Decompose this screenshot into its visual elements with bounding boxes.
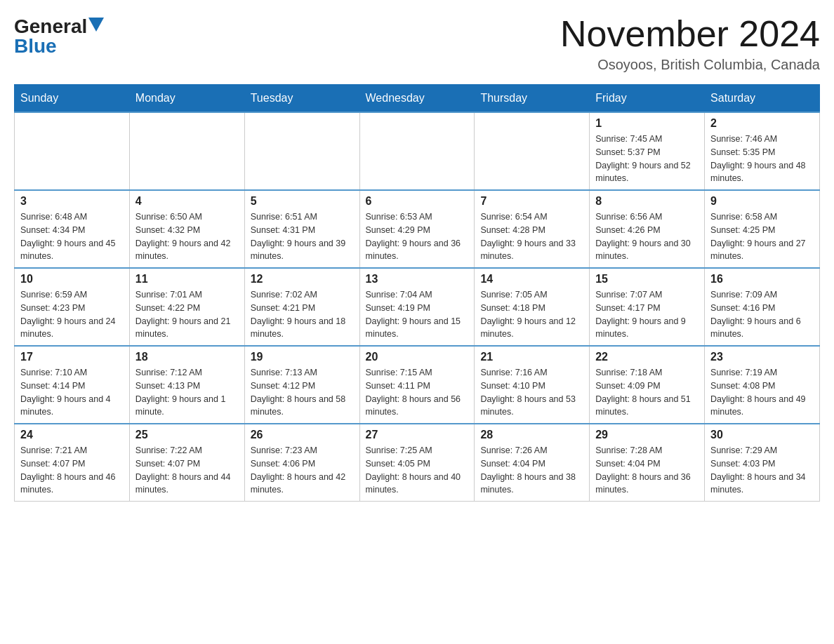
title-block: November 2024 Osoyoos, British Columbia,…	[560, 14, 820, 73]
logo-general-text: General	[14, 17, 87, 36]
calendar-header-friday: Friday	[590, 85, 705, 113]
calendar-cell: 10Sunrise: 6:59 AMSunset: 4:23 PMDayligh…	[15, 268, 130, 346]
day-info: Sunrise: 7:13 AMSunset: 4:12 PMDaylight:…	[251, 366, 354, 419]
calendar-cell	[359, 112, 475, 190]
month-title: November 2024	[560, 14, 820, 54]
calendar-cell: 1Sunrise: 7:45 AMSunset: 5:37 PMDaylight…	[590, 112, 705, 190]
calendar-table: SundayMondayTuesdayWednesdayThursdayFrid…	[14, 84, 820, 502]
day-info: Sunrise: 7:10 AMSunset: 4:14 PMDaylight:…	[20, 366, 124, 419]
calendar-cell: 28Sunrise: 7:26 AMSunset: 4:04 PMDayligh…	[475, 424, 590, 502]
calendar-cell: 19Sunrise: 7:13 AMSunset: 4:12 PMDayligh…	[244, 346, 359, 424]
calendar-header-monday: Monday	[129, 85, 244, 113]
calendar-cell	[244, 112, 359, 190]
calendar-header-sunday: Sunday	[15, 85, 130, 113]
calendar-cell: 16Sunrise: 7:09 AMSunset: 4:16 PMDayligh…	[705, 268, 820, 346]
calendar-cell	[15, 112, 130, 190]
location: Osoyoos, British Columbia, Canada	[560, 57, 820, 73]
calendar-cell: 15Sunrise: 7:07 AMSunset: 4:17 PMDayligh…	[590, 268, 705, 346]
page-header: General Blue November 2024 Osoyoos, Brit…	[14, 14, 820, 73]
calendar-header-wednesday: Wednesday	[359, 85, 475, 113]
calendar-cell: 24Sunrise: 7:21 AMSunset: 4:07 PMDayligh…	[15, 424, 130, 502]
day-number: 14	[480, 273, 583, 286]
day-number: 2	[710, 117, 814, 130]
day-info: Sunrise: 7:04 AMSunset: 4:19 PMDaylight:…	[366, 288, 469, 341]
day-info: Sunrise: 6:50 AMSunset: 4:32 PMDaylight:…	[135, 210, 239, 263]
day-number: 6	[366, 195, 469, 208]
day-number: 28	[480, 429, 583, 441]
calendar-cell: 11Sunrise: 7:01 AMSunset: 4:22 PMDayligh…	[129, 268, 244, 346]
calendar-cell: 18Sunrise: 7:12 AMSunset: 4:13 PMDayligh…	[129, 346, 244, 424]
day-number: 15	[595, 273, 699, 286]
day-info: Sunrise: 7:18 AMSunset: 4:09 PMDaylight:…	[595, 366, 699, 419]
day-info: Sunrise: 6:59 AMSunset: 4:23 PMDaylight:…	[20, 288, 124, 341]
day-info: Sunrise: 7:28 AMSunset: 4:04 PMDaylight:…	[595, 444, 699, 497]
day-number: 9	[710, 195, 814, 208]
day-number: 16	[710, 273, 814, 286]
calendar-cell: 25Sunrise: 7:22 AMSunset: 4:07 PMDayligh…	[129, 424, 244, 502]
calendar-header-tuesday: Tuesday	[244, 85, 359, 113]
day-number: 10	[20, 273, 124, 286]
calendar-cell: 5Sunrise: 6:51 AMSunset: 4:31 PMDaylight…	[244, 190, 359, 268]
day-info: Sunrise: 7:07 AMSunset: 4:17 PMDaylight:…	[595, 288, 699, 341]
day-info: Sunrise: 7:02 AMSunset: 4:21 PMDaylight:…	[251, 288, 354, 341]
calendar-cell: 9Sunrise: 6:58 AMSunset: 4:25 PMDaylight…	[705, 190, 820, 268]
calendar-week-row: 1Sunrise: 7:45 AMSunset: 5:37 PMDaylight…	[15, 112, 820, 190]
day-number: 25	[135, 429, 239, 441]
day-info: Sunrise: 7:29 AMSunset: 4:03 PMDaylight:…	[710, 444, 814, 497]
day-info: Sunrise: 7:21 AMSunset: 4:07 PMDaylight:…	[20, 444, 124, 497]
day-info: Sunrise: 7:22 AMSunset: 4:07 PMDaylight:…	[135, 444, 239, 497]
day-info: Sunrise: 7:15 AMSunset: 4:11 PMDaylight:…	[366, 366, 469, 419]
calendar-cell: 4Sunrise: 6:50 AMSunset: 4:32 PMDaylight…	[129, 190, 244, 268]
day-number: 27	[366, 429, 469, 441]
day-info: Sunrise: 6:54 AMSunset: 4:28 PMDaylight:…	[480, 210, 583, 263]
day-number: 26	[251, 429, 354, 441]
day-number: 23	[710, 351, 814, 363]
svg-marker-0	[88, 18, 104, 32]
calendar-cell: 22Sunrise: 7:18 AMSunset: 4:09 PMDayligh…	[590, 346, 705, 424]
calendar-cell: 7Sunrise: 6:54 AMSunset: 4:28 PMDaylight…	[475, 190, 590, 268]
day-info: Sunrise: 6:51 AMSunset: 4:31 PMDaylight:…	[251, 210, 354, 263]
day-number: 21	[480, 351, 583, 363]
day-number: 22	[595, 351, 699, 363]
calendar-week-row: 3Sunrise: 6:48 AMSunset: 4:34 PMDaylight…	[15, 190, 820, 268]
day-info: Sunrise: 6:48 AMSunset: 4:34 PMDaylight:…	[20, 210, 124, 263]
calendar-cell: 29Sunrise: 7:28 AMSunset: 4:04 PMDayligh…	[590, 424, 705, 502]
day-info: Sunrise: 6:53 AMSunset: 4:29 PMDaylight:…	[366, 210, 469, 263]
calendar-cell: 27Sunrise: 7:25 AMSunset: 4:05 PMDayligh…	[359, 424, 475, 502]
day-info: Sunrise: 6:58 AMSunset: 4:25 PMDaylight:…	[710, 210, 814, 263]
logo-blue-text: Blue	[14, 36, 57, 56]
day-number: 30	[710, 429, 814, 441]
calendar-cell: 17Sunrise: 7:10 AMSunset: 4:14 PMDayligh…	[15, 346, 130, 424]
calendar-header-thursday: Thursday	[475, 85, 590, 113]
calendar-cell: 30Sunrise: 7:29 AMSunset: 4:03 PMDayligh…	[705, 424, 820, 502]
day-number: 19	[251, 351, 354, 363]
calendar-cell: 6Sunrise: 6:53 AMSunset: 4:29 PMDaylight…	[359, 190, 475, 268]
day-info: Sunrise: 7:25 AMSunset: 4:05 PMDaylight:…	[366, 444, 469, 497]
calendar-cell: 23Sunrise: 7:19 AMSunset: 4:08 PMDayligh…	[705, 346, 820, 424]
day-number: 20	[366, 351, 469, 363]
calendar-cell	[129, 112, 244, 190]
calendar-week-row: 24Sunrise: 7:21 AMSunset: 4:07 PMDayligh…	[15, 424, 820, 502]
calendar-header-row: SundayMondayTuesdayWednesdayThursdayFrid…	[15, 85, 820, 113]
calendar-cell: 3Sunrise: 6:48 AMSunset: 4:34 PMDaylight…	[15, 190, 130, 268]
logo-triangle-icon	[88, 18, 104, 33]
day-info: Sunrise: 7:26 AMSunset: 4:04 PMDaylight:…	[480, 444, 583, 497]
logo: General Blue	[14, 14, 104, 56]
calendar-cell: 8Sunrise: 6:56 AMSunset: 4:26 PMDaylight…	[590, 190, 705, 268]
day-number: 17	[20, 351, 124, 363]
day-info: Sunrise: 7:46 AMSunset: 5:35 PMDaylight:…	[710, 133, 814, 185]
day-info: Sunrise: 7:01 AMSunset: 4:22 PMDaylight:…	[135, 288, 239, 341]
calendar-header-saturday: Saturday	[705, 85, 820, 113]
day-number: 1	[595, 117, 699, 130]
day-number: 11	[135, 273, 239, 286]
day-number: 8	[595, 195, 699, 208]
day-info: Sunrise: 7:45 AMSunset: 5:37 PMDaylight:…	[595, 133, 699, 185]
day-number: 5	[251, 195, 354, 208]
day-number: 13	[366, 273, 469, 286]
day-number: 3	[20, 195, 124, 208]
calendar-cell	[475, 112, 590, 190]
calendar-cell: 12Sunrise: 7:02 AMSunset: 4:21 PMDayligh…	[244, 268, 359, 346]
day-number: 12	[251, 273, 354, 286]
calendar-cell: 13Sunrise: 7:04 AMSunset: 4:19 PMDayligh…	[359, 268, 475, 346]
day-info: Sunrise: 6:56 AMSunset: 4:26 PMDaylight:…	[595, 210, 699, 263]
